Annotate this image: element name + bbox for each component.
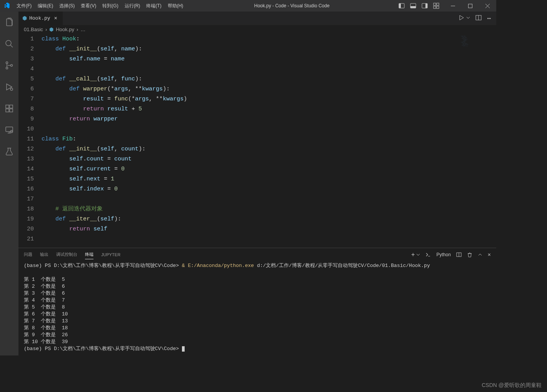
minimap[interactable]: class Hook def init self name def call d… [461, 36, 492, 47]
panel-bottom-icon[interactable] [409, 2, 417, 10]
svg-point-16 [10, 88, 13, 90]
menu-item[interactable]: 文件(F) [13, 0, 35, 12]
menu-item[interactable]: 运行(R) [122, 0, 143, 12]
search-icon[interactable] [0, 36, 18, 52]
svg-rect-6 [434, 3, 436, 5]
close-button[interactable] [479, 0, 496, 12]
panel-left-icon[interactable] [397, 2, 406, 10]
editor-tabs: ⬢ Hook.py × ⋯ [18, 12, 496, 25]
svg-rect-7 [437, 3, 439, 5]
breadcrumb-more[interactable]: … [80, 27, 85, 32]
panel-tab[interactable]: 调试控制台 [56, 250, 77, 259]
svg-rect-21 [6, 127, 13, 132]
kill-terminal-icon[interactable] [467, 252, 472, 257]
svg-rect-19 [6, 109, 9, 112]
menu-bar: 文件(F)编辑(E)选择(S)查看(V)转到(G)运行(R)终端(T)帮助(H) [13, 0, 186, 12]
split-terminal-icon[interactable] [456, 252, 462, 257]
tab-hook-py[interactable]: ⬢ Hook.py × [18, 12, 63, 25]
activity-bar [0, 12, 18, 355]
window-controls [444, 0, 496, 12]
split-editor-icon[interactable] [475, 15, 482, 22]
explorer-icon[interactable] [0, 15, 18, 30]
source-control-icon[interactable] [0, 58, 18, 73]
minimize-button[interactable] [444, 0, 462, 12]
chevron-up-icon[interactable] [478, 252, 482, 257]
customize-layout-icon[interactable] [432, 2, 440, 10]
panel-tab[interactable]: 问题 [24, 250, 32, 259]
svg-rect-11 [469, 4, 472, 8]
breadcrumb[interactable]: 01.Basic › ⬢ Hook.py › … [18, 25, 496, 33]
run-debug-icon[interactable] [0, 79, 18, 95]
testing-icon[interactable] [0, 144, 18, 159]
bottom-panel: 问题输出调试控制台终端JUPYTER + Python × (base) PS … [18, 248, 496, 355]
terminal-output[interactable]: (base) PS D:\文档\工作\博客\教程\从零手写自动驾驶CV\Code… [18, 261, 496, 355]
extensions-icon[interactable] [0, 101, 18, 116]
editor-actions: ⋯ [459, 15, 496, 22]
code-content[interactable]: class Hook: def __init__(self, name): se… [42, 33, 496, 248]
svg-rect-9 [437, 6, 439, 8]
svg-point-15 [11, 65, 13, 67]
panel-tabs: 问题输出调试控制台终端JUPYTER + Python × [18, 248, 496, 261]
tab-close-icon[interactable]: × [53, 15, 59, 22]
svg-rect-1 [399, 3, 401, 8]
menu-item[interactable]: 帮助(H) [165, 0, 187, 12]
menu-item[interactable]: 选择(S) [56, 0, 78, 12]
svg-point-12 [6, 40, 11, 46]
chevron-right-icon: › [77, 27, 78, 32]
svg-point-13 [6, 62, 8, 64]
panel-actions: + Python × [411, 251, 496, 258]
svg-rect-18 [10, 105, 13, 108]
terminal-dropdown-icon[interactable] [416, 252, 420, 258]
svg-rect-17 [6, 105, 9, 108]
panel-tab[interactable]: 输出 [40, 250, 48, 259]
menu-item[interactable]: 查看(V) [78, 0, 99, 12]
svg-rect-5 [425, 3, 427, 8]
more-actions-icon[interactable]: ⋯ [487, 15, 491, 22]
python-file-icon: ⬢ [22, 15, 27, 22]
python-file-icon: ⬢ [49, 27, 53, 32]
menu-item[interactable]: 终端(T) [143, 0, 164, 12]
run-dropdown-icon[interactable] [466, 15, 470, 22]
window-title: Hook.py - Code - Visual Studio Code [186, 3, 397, 8]
close-panel-icon[interactable]: × [488, 252, 491, 258]
menu-item[interactable]: 转到(G) [99, 0, 121, 12]
terminal-shell-label[interactable]: Python [436, 252, 450, 257]
panel-right-icon[interactable] [420, 2, 429, 10]
maximize-button[interactable] [462, 0, 479, 12]
new-terminal-icon[interactable]: + [411, 251, 415, 258]
svg-rect-8 [434, 6, 436, 8]
vscode-logo-icon [0, 3, 13, 9]
svg-rect-20 [10, 109, 13, 112]
run-file-icon[interactable] [459, 15, 465, 22]
svg-rect-10 [451, 6, 455, 6]
panel-tab[interactable]: 终端 [85, 250, 93, 259]
panel-tab[interactable]: JUPYTER [101, 251, 120, 259]
title-layout-controls [397, 2, 444, 10]
titlebar: 文件(F)编辑(E)选择(S)查看(V)转到(G)运行(R)终端(T)帮助(H)… [0, 0, 496, 12]
svg-rect-3 [410, 6, 416, 8]
breadcrumb-file[interactable]: Hook.py [56, 27, 74, 32]
line-numbers: 123456789101112131415161718192021 [18, 33, 42, 248]
breadcrumb-folder[interactable]: 01.Basic [24, 27, 43, 32]
remote-explorer-icon[interactable] [0, 122, 18, 138]
chevron-right-icon: › [45, 27, 47, 32]
tab-label: Hook.py [29, 15, 50, 21]
menu-item[interactable]: 编辑(E) [35, 0, 56, 12]
svg-point-14 [6, 67, 8, 69]
code-editor[interactable]: 123456789101112131415161718192021 class … [18, 33, 496, 248]
terminal-profile-icon[interactable] [425, 252, 431, 257]
